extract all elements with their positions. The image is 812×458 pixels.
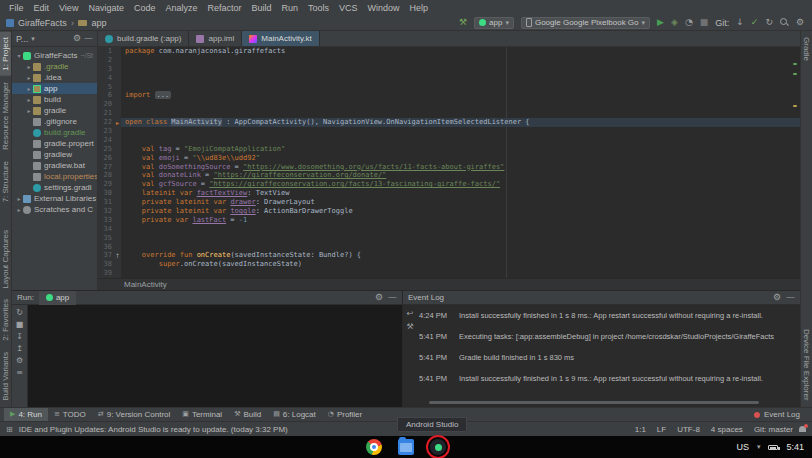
line-number[interactable]: 30 [98,189,114,198]
line-number[interactable]: 4 [98,74,114,83]
menu-item[interactable]: Analyze [160,3,202,13]
toolwindow-button[interactable]: ▣ Terminal [176,408,228,422]
panel-gear-icon[interactable]: ⚙ [73,34,81,43]
profiler-button[interactable]: ◔ [685,18,693,27]
tree-chevron-icon[interactable]: ▸ [25,107,33,114]
editor-tab[interactable]: app.iml [189,31,242,46]
run-configuration-dropdown[interactable]: app ▾ [474,17,514,29]
event-log-toolbar-icon[interactable]: ↩ [407,310,414,318]
battery-icon[interactable] [768,445,778,450]
line-number[interactable]: 28 [98,171,114,180]
menu-item[interactable]: Window [363,3,405,13]
run-console[interactable] [28,305,402,407]
toolwindow-stripe-button[interactable]: Gradle [801,32,812,66]
toolwindow-button[interactable]: ⚒ Build [228,408,267,422]
menu-item[interactable]: Edit [29,3,55,13]
event-log-toolbar-icon[interactable]: ⚒ [406,323,413,331]
run-toolbar-icon[interactable]: ⚙ [16,357,23,365]
menu-item[interactable]: Navigate [83,3,129,13]
line-number[interactable]: 3 [98,65,114,74]
tree-item[interactable]: settings.gradl [12,182,97,193]
editor-tab[interactable]: MainActivity.kt [242,31,320,46]
tree-item[interactable]: ▾ GiraffeFacts ~/St [12,50,97,61]
line-number[interactable]: 5 [98,83,114,92]
run-toolbar-icon[interactable]: ↥ [16,345,23,353]
line-number[interactable]: 22 [98,118,114,127]
line-number[interactable]: 38 [98,260,114,269]
panel-minimize-icon[interactable]: — [388,293,397,302]
tree-item[interactable]: ▸ .gradle [12,61,97,72]
breadcrumb-project[interactable]: GiraffeFacts [18,18,67,28]
tree-item[interactable]: local.properties [12,171,97,182]
tree-chevron-icon[interactable]: ▸ [25,85,33,92]
panel-hide-icon[interactable]: — [84,34,93,43]
menu-item[interactable]: Build [246,3,276,13]
menu-item[interactable]: Tools [303,3,334,13]
toolwindow-stripe-button[interactable]: 2: Favorites [0,294,11,346]
toolwindow-button[interactable]: ≡ TODO [48,408,92,422]
code-editor[interactable]: 1 package com.naranjaconsal.giraffefacts… [98,47,800,278]
build-hammer-icon[interactable]: ⚒ [459,18,467,27]
toolwindow-stripe-button[interactable]: 1: Project [0,32,11,76]
tree-chevron-icon[interactable]: ▸ [15,195,23,202]
panel-gear-icon[interactable]: ⚙ [375,293,383,302]
git-refresh-icon[interactable]: ↻ [765,18,773,27]
tree-item[interactable]: gradlew.bat [12,160,97,171]
line-number[interactable]: 23 [98,127,114,136]
menu-item[interactable]: View [54,3,83,13]
tree-item[interactable]: ▸ gradle [12,105,97,116]
toolwindow-button[interactable]: ⇄ 9: Version Control [92,408,176,422]
run-toolbar-icon[interactable]: ↧ [16,333,23,341]
debug-button[interactable]: ◈ [671,18,678,27]
chrome-icon[interactable] [366,439,382,455]
panel-minimize-icon[interactable]: — [786,293,795,302]
keyboard-layout-indicator[interactable]: US [736,442,749,452]
toolwindow-stripe-button[interactable]: 7: Structure [0,156,11,207]
status-widget[interactable]: 1:1 [635,425,646,434]
run-toolbar-icon[interactable]: ■ [16,321,24,329]
line-number[interactable]: 32 [98,207,114,216]
toolwindow-button[interactable]: ◔ Profiler [322,408,368,422]
menu-item[interactable]: Help [405,3,434,13]
line-number[interactable]: 6 [98,91,114,100]
menu-item[interactable]: VCS [334,3,363,13]
line-number[interactable]: 39 [98,269,114,278]
tree-chevron-icon[interactable]: ▸ [25,74,33,81]
clock[interactable]: 5:41 [786,442,804,452]
breadcrumb-module[interactable]: app [91,18,106,28]
line-number[interactable]: 37 [98,251,114,260]
menu-item[interactable]: Code [129,3,161,13]
tree-item[interactable]: ▸ .idea [12,72,97,83]
tree-item[interactable]: build.gradle [12,127,97,138]
toolwindow-toggle-icon[interactable]: ⊞ [6,425,13,434]
tree-chevron-icon[interactable]: ▸ [15,206,23,213]
toolwindow-stripe-button[interactable]: Resource Manager [0,77,11,155]
git-commit-icon[interactable]: ✓ [751,18,759,27]
tree-item[interactable]: ▸ app [12,83,97,94]
line-number[interactable]: 27 [98,163,114,172]
device-dropdown[interactable]: Google Google Pixelbook Go ▾ [521,17,650,29]
horizontal-scrollbar[interactable] [429,401,759,404]
tree-item[interactable]: gradlew [12,149,97,160]
toolwindow-stripe-button[interactable]: Build Variants [0,347,11,406]
line-number[interactable]: 26 [98,154,114,163]
tree-item[interactable]: ▸ External Libraries [12,193,97,204]
run-tab[interactable]: app [39,291,76,305]
tree-item[interactable]: .gitignore [12,116,97,127]
tree-item[interactable]: ▸ Scratches and C [12,204,97,215]
tree-item[interactable]: gradle.propert [12,138,97,149]
tree-chevron-icon[interactable]: ▾ [15,52,23,59]
search-icon[interactable] [780,18,789,27]
line-number[interactable]: 25 [98,145,114,154]
project-panel-title[interactable]: P... [16,34,28,44]
line-number[interactable]: 35 [98,234,114,243]
line-number[interactable]: 1 [98,47,114,56]
line-number[interactable]: 36 [98,243,114,252]
stop-button[interactable]: ■ [700,18,709,27]
android-studio-icon[interactable] [430,439,446,455]
files-icon[interactable] [398,439,414,455]
event-log-button[interactable]: Event Log [746,410,808,419]
line-number[interactable]: 29 [98,180,114,189]
line-number[interactable]: 34 [98,225,114,234]
status-widget[interactable]: LF [657,425,666,434]
